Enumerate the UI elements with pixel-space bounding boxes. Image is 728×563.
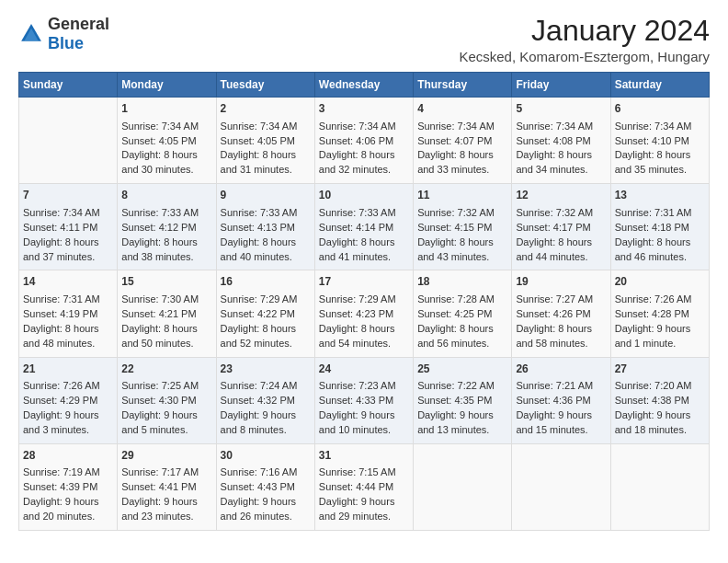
day-info: Daylight: 9 hours: [319, 409, 395, 420]
logo-icon: [18, 21, 44, 47]
day-number: 7: [23, 188, 113, 203]
day-info: and 30 minutes.: [121, 164, 193, 175]
day-number: 21: [23, 362, 113, 377]
day-info: and 34 minutes.: [516, 164, 587, 175]
day-info: Sunrise: 7:22 AM: [417, 380, 495, 391]
day-info: Sunset: 4:33 PM: [319, 395, 393, 406]
col-thursday: Thursday: [414, 73, 512, 98]
day-number: 20: [615, 274, 705, 290]
day-info: Sunset: 4:05 PM: [121, 135, 196, 146]
day-number: 26: [516, 362, 606, 377]
col-saturday: Saturday: [610, 73, 709, 98]
calendar-cell: 4Sunrise: 7:34 AMSunset: 4:07 PMDaylight…: [414, 98, 512, 184]
day-info: and 43 minutes.: [417, 251, 489, 262]
day-info: Sunrise: 7:30 AM: [121, 293, 199, 304]
day-info: and 41 minutes.: [319, 251, 391, 262]
day-info: Sunset: 4:38 PM: [615, 395, 689, 406]
logo-text-general: General: [48, 15, 109, 33]
day-info: Sunset: 4:26 PM: [516, 308, 590, 319]
day-info: Sunrise: 7:16 AM: [221, 466, 298, 477]
calendar-week-5: 28Sunrise: 7:19 AMSunset: 4:39 PMDayligh…: [19, 443, 710, 530]
day-number: 15: [121, 274, 211, 290]
day-info: Sunset: 4:17 PM: [516, 222, 590, 233]
day-number: 27: [615, 362, 705, 377]
calendar-cell: 10Sunrise: 7:33 AMSunset: 4:14 PMDayligh…: [314, 184, 413, 270]
day-info: Sunrise: 7:26 AM: [615, 293, 692, 304]
calendar-cell: 16Sunrise: 7:29 AMSunset: 4:22 PMDayligh…: [216, 270, 314, 357]
day-info: Daylight: 8 hours: [221, 149, 297, 160]
day-info: Sunset: 4:07 PM: [417, 135, 492, 146]
day-info: Daylight: 8 hours: [516, 323, 592, 334]
col-friday: Friday: [512, 73, 610, 98]
day-number: 1: [121, 101, 211, 117]
day-info: Sunset: 4:44 PM: [319, 481, 393, 492]
day-info: Sunset: 4:14 PM: [319, 222, 393, 233]
day-info: Daylight: 8 hours: [516, 236, 592, 247]
calendar-cell: 14Sunrise: 7:31 AMSunset: 4:19 PMDayligh…: [19, 270, 118, 357]
day-info: Daylight: 8 hours: [221, 236, 297, 247]
day-info: and 44 minutes.: [516, 251, 587, 262]
calendar-cell: 17Sunrise: 7:29 AMSunset: 4:23 PMDayligh…: [314, 270, 413, 357]
day-info: Daylight: 9 hours: [516, 409, 592, 420]
day-info: Sunset: 4:32 PM: [221, 395, 295, 406]
page-header: General Blue January 2024 Kecsked, Komar…: [18, 15, 710, 64]
day-info: Daylight: 8 hours: [516, 149, 592, 160]
day-info: Sunrise: 7:34 AM: [615, 121, 692, 132]
day-info: Daylight: 9 hours: [121, 496, 198, 507]
day-info: Sunset: 4:30 PM: [121, 395, 196, 406]
day-info: and 8 minutes.: [221, 424, 287, 435]
calendar-cell: [610, 443, 709, 530]
day-info: and 26 minutes.: [221, 511, 292, 522]
calendar-header: Sunday Monday Tuesday Wednesday Thursday…: [19, 73, 710, 98]
day-info: Daylight: 8 hours: [121, 236, 198, 247]
day-info: Sunrise: 7:23 AM: [319, 380, 396, 391]
calendar-cell: 27Sunrise: 7:20 AMSunset: 4:38 PMDayligh…: [610, 357, 709, 443]
day-info: Daylight: 9 hours: [221, 496, 297, 507]
day-info: Sunrise: 7:33 AM: [319, 207, 396, 218]
day-info: Sunset: 4:22 PM: [221, 308, 295, 319]
day-info: Sunset: 4:10 PM: [615, 135, 689, 146]
calendar-week-2: 7Sunrise: 7:34 AMSunset: 4:11 PMDaylight…: [19, 184, 710, 270]
day-number: 2: [221, 101, 311, 117]
day-info: and 58 minutes.: [516, 338, 587, 349]
day-info: Sunset: 4:28 PM: [615, 308, 689, 319]
calendar-body: 1Sunrise: 7:34 AMSunset: 4:05 PMDaylight…: [19, 98, 710, 531]
day-info: Daylight: 9 hours: [615, 323, 691, 334]
day-info: Sunrise: 7:20 AM: [615, 380, 692, 391]
day-info: Daylight: 8 hours: [319, 236, 395, 247]
day-info: Sunrise: 7:17 AM: [121, 466, 199, 477]
day-info: Daylight: 8 hours: [615, 149, 691, 160]
main-title: January 2024: [459, 15, 710, 47]
day-info: Daylight: 9 hours: [417, 409, 494, 420]
calendar-cell: 5Sunrise: 7:34 AMSunset: 4:08 PMDaylight…: [512, 98, 610, 184]
calendar-cell: 6Sunrise: 7:34 AMSunset: 4:10 PMDaylight…: [610, 98, 709, 184]
day-info: Sunset: 4:12 PM: [121, 222, 196, 233]
day-info: and 38 minutes.: [121, 251, 193, 262]
day-info: Sunrise: 7:34 AM: [516, 121, 593, 132]
day-number: 24: [319, 362, 409, 377]
calendar-cell: 28Sunrise: 7:19 AMSunset: 4:39 PMDayligh…: [19, 443, 118, 530]
day-number: 31: [319, 448, 409, 464]
calendar-cell: 18Sunrise: 7:28 AMSunset: 4:25 PMDayligh…: [414, 270, 512, 357]
col-wednesday: Wednesday: [314, 73, 413, 98]
day-info: Daylight: 8 hours: [417, 149, 494, 160]
day-info: Daylight: 8 hours: [121, 323, 198, 334]
calendar-cell: 8Sunrise: 7:33 AMSunset: 4:12 PMDaylight…: [118, 184, 216, 270]
day-info: Sunset: 4:06 PM: [319, 135, 393, 146]
calendar-cell: 13Sunrise: 7:31 AMSunset: 4:18 PMDayligh…: [610, 184, 709, 270]
day-info: Daylight: 9 hours: [23, 409, 99, 420]
day-number: 9: [221, 188, 311, 203]
calendar-cell: 11Sunrise: 7:32 AMSunset: 4:15 PMDayligh…: [414, 184, 512, 270]
logo: General Blue: [18, 15, 109, 53]
day-info: Sunrise: 7:19 AM: [23, 466, 100, 477]
day-info: and 10 minutes.: [319, 424, 391, 435]
day-info: Sunrise: 7:15 AM: [319, 466, 396, 477]
calendar-week-1: 1Sunrise: 7:34 AMSunset: 4:05 PMDaylight…: [19, 98, 710, 184]
day-info: Daylight: 9 hours: [23, 496, 99, 507]
day-info: and 50 minutes.: [121, 338, 193, 349]
day-number: 30: [221, 448, 311, 464]
day-info: Sunrise: 7:27 AM: [516, 293, 593, 304]
day-info: Sunrise: 7:29 AM: [319, 293, 396, 304]
day-info: Sunset: 4:41 PM: [121, 481, 196, 492]
calendar-cell: 20Sunrise: 7:26 AMSunset: 4:28 PMDayligh…: [610, 270, 709, 357]
